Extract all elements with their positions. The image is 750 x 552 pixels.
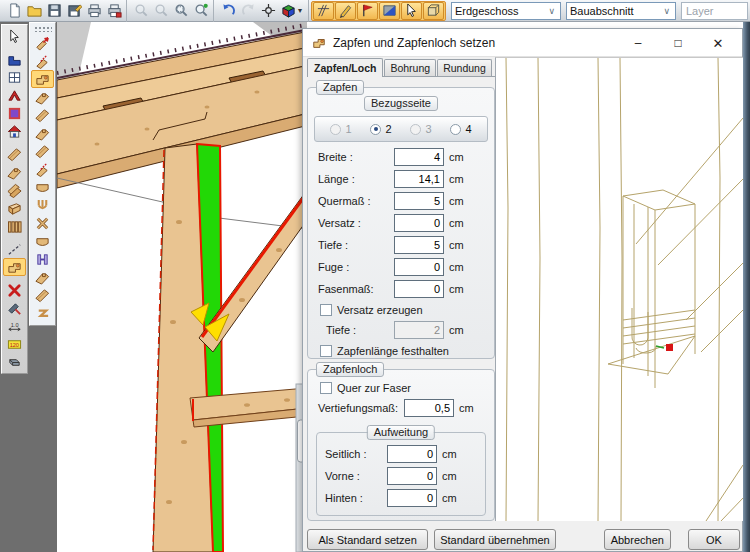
dialog-footer: Als Standard setzen Standard übernehmen … [303,526,742,552]
save-button[interactable] [44,2,64,20]
pointer-icon [7,29,22,44]
tg-pencil-icon [338,3,353,18]
input-hinten[interactable]: 0 [387,489,437,507]
purlin-tool-button[interactable] [3,181,26,199]
standard-uebernehmen-button[interactable]: Standard übernehmen [434,529,555,550]
input-vorne[interactable]: 0 [387,467,437,485]
toggle-construction-lines-button[interactable] [313,2,334,20]
birdsmouth-button[interactable] [31,142,54,160]
corner-notch-button[interactable] [31,268,54,286]
profile-end-button[interactable] [31,232,54,250]
tenon-tool-button[interactable] [3,258,26,276]
view-3d-tool-button[interactable] [3,353,26,371]
dropdown-caret-icon[interactable]: ▾ [298,6,306,15]
dialog-titlebar[interactable]: Zapfen und Zapfenloch setzen – □ ✕ [303,29,742,57]
radio-bezugsseite-4[interactable]: 4 [450,123,471,135]
dimension-tool-button[interactable] [3,317,26,335]
radio-dot-icon[interactable] [450,124,461,135]
edit-cut-tool-button[interactable] [3,299,26,317]
open-project-button[interactable] [24,2,44,20]
delete-tool-button[interactable] [3,281,26,299]
lap-joint-button[interactable] [31,88,54,106]
beam-end-cut-button[interactable] [31,34,54,52]
dimension-chain-tool-button[interactable] [3,335,26,353]
building-section-select-value: Bauabschnitt [570,5,634,17]
undo-button[interactable] [218,2,238,20]
tab-bohrung[interactable]: Bohrung [384,59,436,76]
print-settings-button[interactable] [104,2,124,20]
als-standard-setzen-button[interactable]: Als Standard setzen [307,529,428,550]
window-tool-button[interactable] [3,68,26,86]
input-fasenmass[interactable]: 0 [394,280,444,298]
field-label-laenge: Länge : [318,173,394,185]
toggle-markers-button[interactable] [357,2,378,20]
close-button[interactable]: ✕ [698,29,738,57]
minimize-button[interactable]: – [618,29,658,57]
beam-tool-button[interactable] [3,145,26,163]
building-section-select[interactable]: Bauabschnitt∨ [566,2,676,20]
input-quermass[interactable]: 5 [394,192,444,210]
zoom-out-button[interactable] [151,2,171,20]
tenon-mortise-button[interactable] [31,70,54,88]
ceiling-tool-button[interactable] [3,104,26,122]
save-as-button[interactable] [64,2,84,20]
center-view-button[interactable] [258,2,278,20]
bevel-cut-button[interactable] [31,124,54,142]
stud-tool-button[interactable] [3,217,26,235]
radio-bezugsseite-2[interactable]: 2 [370,123,391,135]
select-pointer-button[interactable] [3,27,26,45]
checkbox-zapfenlaenge-festhalten[interactable] [320,345,332,357]
chevron-down-icon[interactable]: ∨ [661,6,672,16]
tab-zapfen-loch[interactable]: Zapfen/Loch [307,58,383,77]
beam-3d-tool-button[interactable] [3,199,26,217]
storey-select-value: Erdgeschoss [455,5,519,17]
wall-tool-button[interactable] [3,50,26,68]
new-document-button[interactable] [4,2,24,20]
notch-cut-button[interactable] [31,106,54,124]
view-3d-cube-button[interactable] [278,2,298,20]
input-vertiefungsmass[interactable]: 0,5 [404,399,454,417]
fork-joint-button[interactable] [31,196,54,214]
cross-joint-button[interactable] [31,214,54,232]
toggle-edit-button[interactable] [335,2,356,20]
tab-rundung[interactable]: Rundung [437,59,492,76]
beam-split-button[interactable] [31,52,54,70]
construction-line-tool-button[interactable] [3,240,26,258]
toggle-select-button[interactable] [401,2,422,20]
input-breite[interactable]: 4 [394,148,444,166]
input-seitlich[interactable]: 0 [387,445,437,463]
toggle-3d-display-button[interactable] [423,2,444,20]
zoom-window-button[interactable] [171,2,191,20]
field-label-seitlich: Seitlich : [325,448,387,460]
wood-h-icon [35,252,50,267]
double-joint-button[interactable] [31,250,54,268]
maximize-button[interactable]: □ [658,29,698,57]
scarf-joint-button[interactable] [31,160,54,178]
checkbox-quer-zur-faser[interactable] [320,382,332,394]
joint-preview[interactable] [495,57,743,521]
free-cut-button[interactable] [31,286,54,304]
end-profile-button[interactable] [31,304,54,322]
house-tool-button[interactable] [3,122,26,140]
input-versatz[interactable]: 0 [394,214,444,232]
rafter-tool-button[interactable] [3,163,26,181]
zoom-all-button[interactable] [191,2,211,20]
radio-dot-icon[interactable] [370,124,381,135]
ok-button[interactable]: OK [688,529,740,550]
input-laenge[interactable]: 14,1 [394,170,444,188]
print-button[interactable] [84,2,104,20]
storey-select[interactable]: Erdgeschoss∨ [451,2,561,20]
abbrechen-button[interactable]: Abbrechen [604,529,671,550]
redo-button[interactable] [238,2,258,20]
toolbar-drag-grip[interactable] [33,25,52,32]
checkbox-versatz-erzeugen[interactable] [320,304,332,316]
input-tiefe[interactable]: 5 [394,236,444,254]
toggle-surfaces-button[interactable] [379,2,400,20]
chevron-down-icon[interactable]: ∨ [546,6,557,16]
input-fuge[interactable]: 0 [394,258,444,276]
zoom-in-button[interactable] [131,2,151,20]
wood-c-icon [7,183,22,198]
layer-input[interactable]: Layer [681,2,748,20]
roof-tool-button[interactable] [3,86,26,104]
dovetail-button[interactable] [31,178,54,196]
